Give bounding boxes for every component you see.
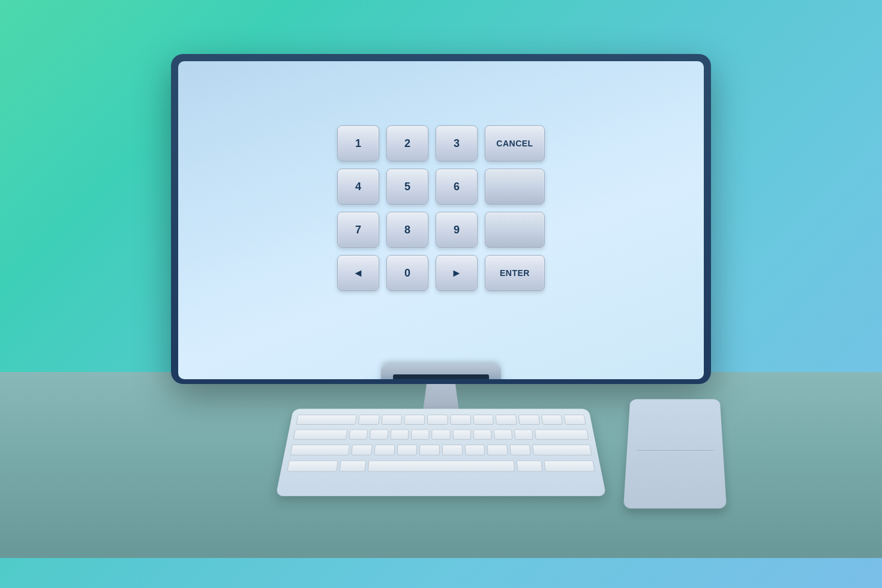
key-s[interactable] xyxy=(369,430,388,440)
key-y[interactable] xyxy=(473,415,494,425)
keypad-key-CANCEL[interactable]: CANCEL xyxy=(485,125,545,161)
key-v[interactable] xyxy=(419,445,440,455)
monitor-border: 123CANCEL456789◄0►ENTER 1101 9005 7154 C… xyxy=(171,54,711,384)
keyboard-row-4 xyxy=(287,460,596,473)
key-z[interactable] xyxy=(351,445,373,455)
key-e[interactable] xyxy=(404,415,425,425)
key-l[interactable] xyxy=(514,430,533,440)
key-m[interactable] xyxy=(487,445,508,455)
key-a[interactable] xyxy=(349,430,368,440)
keypad-key-2[interactable]: 2 xyxy=(386,125,428,161)
keypad-key-4[interactable]: 4 xyxy=(337,169,379,205)
key-h[interactable] xyxy=(452,430,471,440)
card-slot-housing xyxy=(381,364,501,379)
key-ctrl[interactable] xyxy=(287,460,338,472)
key-space[interactable] xyxy=(367,460,515,472)
key-p[interactable] xyxy=(563,415,586,425)
keypad-key-blank[interactable] xyxy=(485,212,545,248)
monitor-wrapper: 123CANCEL456789◄0►ENTER 1101 9005 7154 C… xyxy=(171,54,711,431)
key-w[interactable] xyxy=(381,415,402,425)
key-g[interactable] xyxy=(432,430,451,440)
key-q[interactable] xyxy=(358,415,380,425)
key-b[interactable] xyxy=(442,445,463,455)
monitor-screen: 123CANCEL456789◄0►ENTER 1101 9005 7154 C… xyxy=(178,61,704,379)
keypad-key-7[interactable]: 7 xyxy=(337,212,379,248)
key-alt-r[interactable] xyxy=(516,460,542,472)
key-caps[interactable] xyxy=(293,430,347,440)
keypad-key-ENTER[interactable]: ENTER xyxy=(485,255,545,291)
card-slot-opening xyxy=(393,374,489,380)
key-comma[interactable] xyxy=(509,445,531,455)
keypad-key-blank[interactable] xyxy=(485,169,545,205)
trackpad[interactable] xyxy=(623,399,727,508)
keyboard-row-1 xyxy=(296,414,586,426)
key-d[interactable] xyxy=(390,430,409,440)
key-enter[interactable] xyxy=(535,430,589,440)
keypad-key-►[interactable]: ► xyxy=(436,255,478,291)
key-u[interactable] xyxy=(496,415,517,425)
key-c[interactable] xyxy=(397,445,418,455)
keyboard-row-2 xyxy=(293,428,589,441)
keypad-key-0[interactable]: 0 xyxy=(386,255,428,291)
keypad-key-1[interactable]: 1 xyxy=(337,125,379,161)
keypad: 123CANCEL456789◄0►ENTER xyxy=(337,125,545,291)
keypad-key-5[interactable]: 5 xyxy=(386,169,428,205)
key-alt[interactable] xyxy=(339,460,365,472)
key-t[interactable] xyxy=(450,415,471,425)
keyboard-row-3 xyxy=(290,443,592,457)
trackpad-divider xyxy=(637,450,713,451)
key-tab[interactable] xyxy=(296,415,357,425)
key-o[interactable] xyxy=(541,415,563,425)
key-j[interactable] xyxy=(473,430,492,440)
key-i[interactable] xyxy=(518,415,540,425)
keyboard xyxy=(275,409,606,496)
scene: 123CANCEL456789◄0►ENTER 1101 9005 7154 C… xyxy=(111,30,771,558)
keypad-key-◄[interactable]: ◄ xyxy=(337,255,379,291)
keypad-key-9[interactable]: 9 xyxy=(436,212,478,248)
key-n[interactable] xyxy=(464,445,485,455)
key-k[interactable] xyxy=(494,430,513,440)
keypad-key-6[interactable]: 6 xyxy=(436,169,478,205)
key-r[interactable] xyxy=(427,415,448,425)
key-x[interactable] xyxy=(374,445,395,455)
key-shift-r[interactable] xyxy=(532,445,592,455)
keypad-key-3[interactable]: 3 xyxy=(436,125,478,161)
card-slot-area: 1101 9005 7154 CreditCard xyxy=(381,364,501,379)
keypad-key-8[interactable]: 8 xyxy=(386,212,428,248)
key-shift-l[interactable] xyxy=(290,445,350,455)
key-f[interactable] xyxy=(411,430,430,440)
key-ctrl-r[interactable] xyxy=(544,460,595,472)
